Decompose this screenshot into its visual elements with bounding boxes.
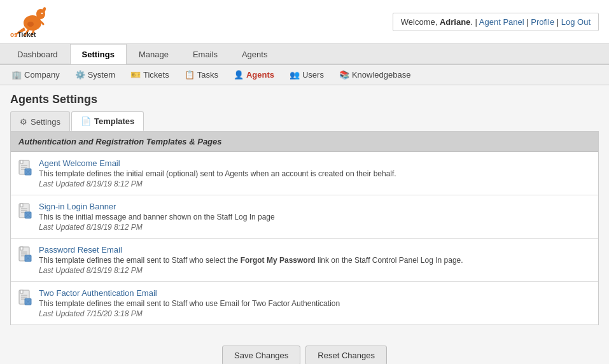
username: Adriane bbox=[440, 17, 470, 27]
template-last-updated: Last Updated 8/19/19 8:12 PM bbox=[39, 266, 591, 275]
list-item: Password Reset Email This template defin… bbox=[11, 239, 598, 282]
top-nav: Dashboard Settings Manage Emails Agents bbox=[0, 44, 609, 65]
template-description: This template defines the initial email … bbox=[39, 169, 591, 178]
svg-rect-23 bbox=[20, 247, 23, 250]
agent-panel-link[interactable]: Agent Panel bbox=[479, 17, 524, 27]
nav-manage[interactable]: Manage bbox=[127, 44, 181, 64]
svg-point-4 bbox=[27, 22, 34, 27]
template-description: This template defines the email sent to … bbox=[39, 299, 591, 308]
welcome-bar: Welcome, Adriane. | Agent Panel | Profil… bbox=[393, 13, 599, 31]
sign-in-login-banner-link[interactable]: Sign-in Login Banner bbox=[39, 202, 116, 211]
knowledgebase-icon: 📚 bbox=[339, 70, 349, 80]
template-description: This is the initial message and banner s… bbox=[39, 213, 591, 221]
settings-tab-icon: ⚙ bbox=[20, 117, 27, 127]
template-last-updated: Last Updated 8/19/19 8:12 PM bbox=[39, 179, 591, 188]
subnav-system[interactable]: ⚙️ System bbox=[69, 67, 122, 82]
company-icon: 🏢 bbox=[11, 70, 22, 80]
save-changes-button[interactable]: Save Changes bbox=[222, 346, 300, 364]
logout-link[interactable]: Log Out bbox=[561, 17, 591, 27]
templates-tab-icon: 📄 bbox=[81, 116, 91, 126]
welcome-text: Welcome, bbox=[401, 17, 440, 27]
svg-rect-31 bbox=[20, 290, 23, 293]
content-area: Authentication and Registration Template… bbox=[10, 131, 599, 325]
password-reset-email-link[interactable]: Password Reset Email bbox=[39, 245, 122, 255]
document-icon bbox=[18, 160, 32, 179]
system-icon: ⚙️ bbox=[75, 70, 85, 80]
profile-link[interactable]: Profile bbox=[531, 17, 554, 27]
svg-text:osTicket: osTicket bbox=[10, 31, 36, 38]
nav-dashboard[interactable]: Dashboard bbox=[5, 44, 70, 64]
document-icon bbox=[18, 246, 32, 266]
list-item: Sign-in Login Banner This is the initial… bbox=[11, 195, 598, 239]
agents-icon: 👤 bbox=[234, 70, 244, 80]
logo-icon: osTicket bbox=[10, 5, 52, 38]
template-content: Two Factor Authentication Email This tem… bbox=[39, 288, 591, 318]
subnav-tickets[interactable]: 🎫 Tickets bbox=[124, 67, 176, 82]
list-item: Two Factor Authentication Email This tem… bbox=[11, 282, 598, 325]
template-content: Sign-in Login Banner This is the initial… bbox=[39, 202, 591, 232]
subnav-agents[interactable]: 👤 Agents bbox=[227, 67, 281, 82]
tickets-icon: 🎫 bbox=[130, 70, 141, 80]
document-icon bbox=[18, 290, 32, 309]
subnav-company[interactable]: 🏢 Company bbox=[5, 67, 66, 82]
header: osTicket Welcome, Adriane. | Agent Panel… bbox=[0, 0, 609, 44]
template-content: Password Reset Email This template defin… bbox=[39, 245, 591, 275]
template-description: This template defines the email sent to … bbox=[39, 256, 591, 265]
tab-templates[interactable]: 📄 Templates bbox=[71, 111, 144, 131]
page-title: Agents Settings bbox=[0, 85, 609, 111]
logo-area: osTicket bbox=[10, 5, 52, 38]
subnav-knowledgebase[interactable]: 📚 Knowledgebase bbox=[333, 67, 417, 82]
subnav-users[interactable]: 👥 Users bbox=[283, 67, 330, 82]
tasks-icon: 📋 bbox=[185, 70, 195, 80]
svg-rect-7 bbox=[20, 160, 23, 164]
tab-settings[interactable]: ⚙ Settings bbox=[10, 111, 70, 131]
agent-welcome-email-link[interactable]: Agent Welcome Email bbox=[39, 158, 120, 168]
sub-nav: 🏢 Company ⚙️ System 🎫 Tickets 📋 Tasks 👤 … bbox=[0, 65, 609, 85]
nav-emails[interactable]: Emails bbox=[181, 44, 230, 64]
reset-changes-button[interactable]: Reset Changes bbox=[305, 346, 387, 364]
list-item: Agent Welcome Email This template define… bbox=[11, 152, 598, 195]
template-last-updated: Last Updated 8/19/19 8:12 PM bbox=[39, 223, 591, 232]
subnav-tasks[interactable]: 📋 Tasks bbox=[178, 67, 225, 82]
svg-rect-15 bbox=[20, 204, 23, 207]
section-header: Authentication and Registration Template… bbox=[11, 132, 598, 152]
two-factor-auth-email-link[interactable]: Two Factor Authentication Email bbox=[39, 288, 157, 298]
tab-bar: ⚙ Settings 📄 Templates bbox=[0, 111, 609, 131]
svg-point-3 bbox=[41, 13, 43, 14]
document-icon bbox=[18, 203, 32, 223]
button-bar: Save Changes Reset Changes bbox=[0, 335, 609, 364]
nav-agents[interactable]: Agents bbox=[230, 44, 279, 64]
template-content: Agent Welcome Email This template define… bbox=[39, 158, 591, 188]
nav-settings[interactable]: Settings bbox=[70, 44, 127, 64]
template-last-updated: Last Updated 7/15/20 3:18 PM bbox=[39, 309, 591, 318]
users-icon: 👥 bbox=[290, 70, 300, 80]
